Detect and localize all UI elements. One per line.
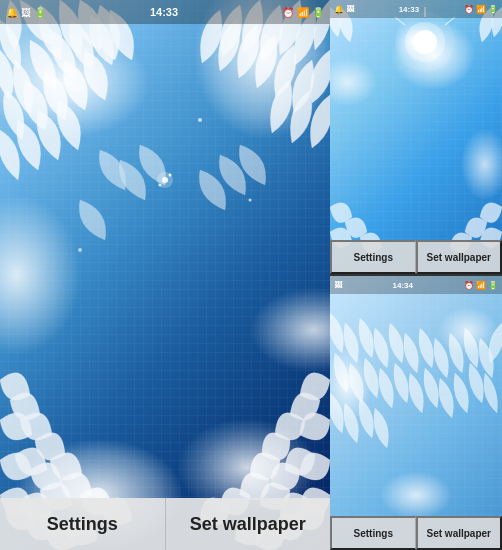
image-icon: 🖼 bbox=[21, 7, 31, 18]
status-right-icons: ⏰ 📶 🔋 bbox=[282, 7, 324, 18]
set-wallpaper-button-right-top[interactable]: Set wallpaper bbox=[416, 240, 503, 274]
settings-button-right-top[interactable]: Settings bbox=[330, 240, 416, 274]
right-bottom-time: 14:34 bbox=[393, 281, 413, 290]
right-bottom-status-icons: 🖼 bbox=[334, 281, 342, 290]
right-bottom-battery: ⏰ 📶 🔋 bbox=[464, 281, 498, 290]
status-time: 14:33 bbox=[150, 6, 178, 18]
status-icons-left: 🔔 🖼 🔋 bbox=[6, 7, 46, 18]
right-top-buttons: Settings Set wallpaper bbox=[330, 240, 502, 274]
set-wallpaper-button-left[interactable]: Set wallpaper bbox=[166, 498, 331, 550]
svg-point-6 bbox=[249, 199, 252, 202]
svg-point-4 bbox=[198, 118, 202, 122]
right-top-statusbar: 🔔 🖼 14:33 ⏰ 📶 🔋 bbox=[330, 0, 502, 18]
right-top-status-icons: 🔔 🖼 bbox=[334, 5, 354, 14]
battery-icon: 🔋 bbox=[34, 7, 46, 18]
battery-full-icon: 🔋 bbox=[312, 7, 324, 18]
left-screen: 🔔 🖼 🔋 14:33 ⏰ 📶 🔋 Settings Set wallpaper bbox=[0, 0, 330, 550]
svg-point-5 bbox=[78, 248, 82, 252]
alarm-icon: ⏰ bbox=[282, 7, 294, 18]
svg-point-3 bbox=[159, 184, 162, 187]
notification-icon: 🔔 bbox=[6, 7, 18, 18]
svg-line-12 bbox=[395, 17, 405, 25]
svg-point-9 bbox=[395, 12, 455, 72]
right-bottom-buttons: Settings Set wallpaper bbox=[330, 516, 502, 550]
right-panel: 🔔 🖼 14:33 ⏰ 📶 🔋 Settings Set wallpaper bbox=[330, 0, 502, 550]
settings-button-left[interactable]: Settings bbox=[0, 498, 166, 550]
right-top-screen: 🔔 🖼 14:33 ⏰ 📶 🔋 Settings Set wallpaper bbox=[330, 0, 502, 276]
right-bottom-screen: 🖼 14:34 ⏰ 📶 🔋 Settings Set wallpaper bbox=[330, 276, 502, 550]
settings-button-right-bottom[interactable]: Settings bbox=[330, 516, 416, 550]
svg-line-11 bbox=[445, 17, 455, 25]
set-wallpaper-button-right-bottom[interactable]: Set wallpaper bbox=[416, 516, 503, 550]
right-bottom-statusbar: 🖼 14:34 ⏰ 📶 🔋 bbox=[330, 276, 502, 294]
bottom-buttons-left: Settings Set wallpaper bbox=[0, 498, 330, 550]
wifi-icon: 📶 bbox=[297, 7, 309, 18]
svg-point-2 bbox=[169, 174, 172, 177]
right-top-battery: ⏰ 📶 🔋 bbox=[464, 5, 498, 14]
status-bar-left: 🔔 🖼 🔋 14:33 ⏰ 📶 🔋 bbox=[0, 0, 330, 24]
right-top-time: 14:33 bbox=[399, 5, 419, 14]
